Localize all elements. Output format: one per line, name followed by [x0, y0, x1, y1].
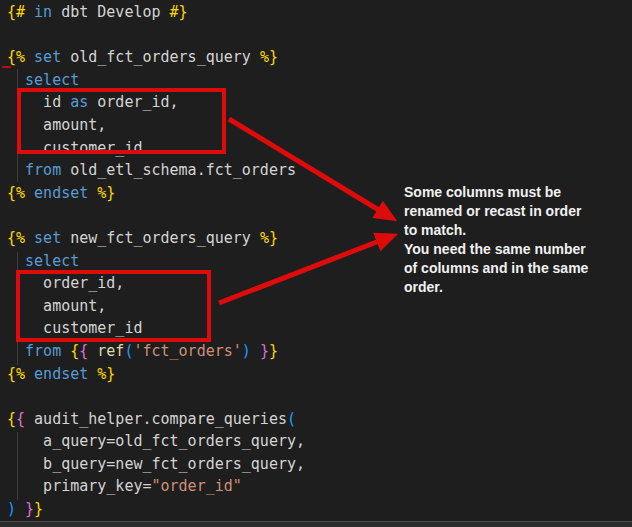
- code-token: {#: [7, 3, 25, 21]
- code-token: 'fct_orders': [133, 342, 241, 360]
- code-line[interactable]: b_query=new_fct_orders_query,: [7, 453, 632, 476]
- code-token: endset: [34, 184, 88, 202]
- code-token: (: [287, 410, 296, 428]
- code-token: in: [34, 3, 52, 21]
- indent-guide: [17, 432, 18, 500]
- code-token: {: [7, 410, 16, 428]
- code-token: [25, 184, 34, 202]
- highlight-box-new-columns: [16, 270, 211, 342]
- code-token: set: [34, 48, 61, 66]
- horizontal-scrollbar[interactable]: [0, 521, 632, 527]
- code-token: "order_id": [152, 477, 242, 495]
- code-token: {%: [7, 365, 25, 383]
- code-line[interactable]: [7, 24, 632, 47]
- code-token: old_etl_schema.fct_orders: [61, 161, 296, 179]
- code-token: endset: [34, 365, 88, 383]
- code-token: new_fct_orders_query: [61, 229, 260, 247]
- code-line[interactable]: from {{ ref('fct_orders') }}: [7, 340, 632, 363]
- code-token: %}: [97, 365, 115, 383]
- code-token: old_fct_orders_query: [61, 48, 260, 66]
- note-line: You need the same number: [404, 240, 626, 259]
- note-line: to match.: [404, 221, 626, 240]
- code-token: [16, 500, 25, 518]
- code-token: }: [34, 500, 43, 518]
- code-token: %}: [260, 229, 278, 247]
- code-token: a_query=old_fct_orders_query,: [7, 432, 305, 450]
- code-token: dbt Develop: [52, 3, 169, 21]
- code-token: [88, 342, 97, 360]
- code-token: #}: [170, 3, 188, 21]
- code-token: {%: [7, 184, 25, 202]
- code-token: ): [7, 500, 16, 518]
- code-token: from: [25, 161, 61, 179]
- code-token: ): [242, 342, 251, 360]
- highlight-box-old-columns: [17, 88, 226, 154]
- note-line: renamed or recast in order: [404, 202, 626, 221]
- code-token: select: [25, 71, 79, 89]
- code-token: {%: [7, 229, 25, 247]
- error-squiggle: [2, 66, 11, 68]
- code-line[interactable]: ) }}: [7, 498, 632, 521]
- code-line[interactable]: [7, 385, 632, 408]
- code-token: primary_key=: [7, 477, 152, 495]
- code-token: {: [70, 342, 79, 360]
- code-token: [25, 3, 34, 21]
- code-token: audit_helper.compare_queries: [25, 410, 287, 428]
- code-token: from: [25, 342, 61, 360]
- code-token: }: [25, 500, 34, 518]
- code-token: select: [25, 252, 79, 270]
- code-token: {: [79, 342, 88, 360]
- code-line[interactable]: a_query=old_fct_orders_query,: [7, 430, 632, 453]
- code-token: %}: [97, 184, 115, 202]
- code-line[interactable]: {% endset %}: [7, 363, 632, 386]
- code-line[interactable]: {% set old_fct_orders_query %}: [7, 46, 632, 69]
- code-token: [251, 342, 260, 360]
- code-line[interactable]: {# in dbt Develop #}: [7, 1, 632, 24]
- note-line: Some columns must be: [404, 183, 626, 202]
- code-token: ref: [97, 342, 124, 360]
- code-token: [88, 365, 97, 383]
- code-token: [88, 184, 97, 202]
- note-line: of columns and in the same: [404, 259, 626, 278]
- code-token: }: [260, 342, 269, 360]
- code-token: [61, 342, 70, 360]
- code-token: %}: [260, 48, 278, 66]
- note-line: order.: [404, 278, 626, 297]
- code-token: b_query=new_fct_orders_query,: [7, 455, 305, 473]
- code-token: set: [34, 229, 61, 247]
- code-line[interactable]: from old_etl_schema.fct_orders: [7, 159, 632, 182]
- code-token: [25, 229, 34, 247]
- code-token: [25, 48, 34, 66]
- code-token: {: [16, 410, 25, 428]
- annotation-note: Some columns must be renamed or recast i…: [404, 183, 626, 297]
- code-token: {%: [7, 48, 25, 66]
- code-token: [25, 365, 34, 383]
- code-token: }: [269, 342, 278, 360]
- code-line[interactable]: primary_key="order_id": [7, 475, 632, 498]
- code-line[interactable]: {{ audit_helper.compare_queries(: [7, 408, 632, 431]
